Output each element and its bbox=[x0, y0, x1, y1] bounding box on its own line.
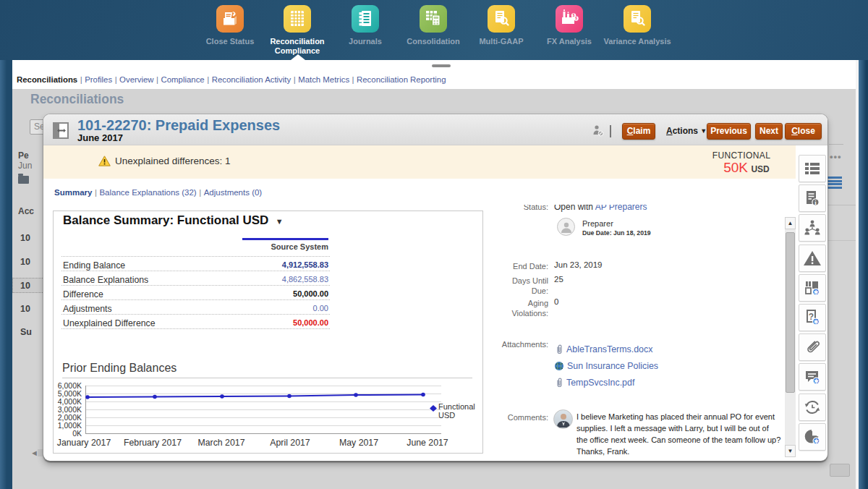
svg-text:✱: ✱ bbox=[813, 318, 818, 326]
svg-text:✱: ✱ bbox=[814, 437, 819, 444]
svg-text:✱: ✱ bbox=[813, 288, 818, 295]
svg-text:January 2017: January 2017 bbox=[57, 438, 111, 448]
svg-text:✱: ✱ bbox=[814, 378, 819, 385]
svg-text:$: $ bbox=[575, 17, 577, 20]
svg-text:May 2017: May 2017 bbox=[339, 438, 378, 448]
svg-text:June 2017: June 2017 bbox=[407, 438, 448, 448]
svg-text:February 2017: February 2017 bbox=[124, 438, 182, 448]
svg-text:April 2017: April 2017 bbox=[270, 438, 310, 448]
svg-text:0K: 0K bbox=[72, 429, 82, 438]
svg-text:March 2017: March 2017 bbox=[198, 438, 245, 448]
